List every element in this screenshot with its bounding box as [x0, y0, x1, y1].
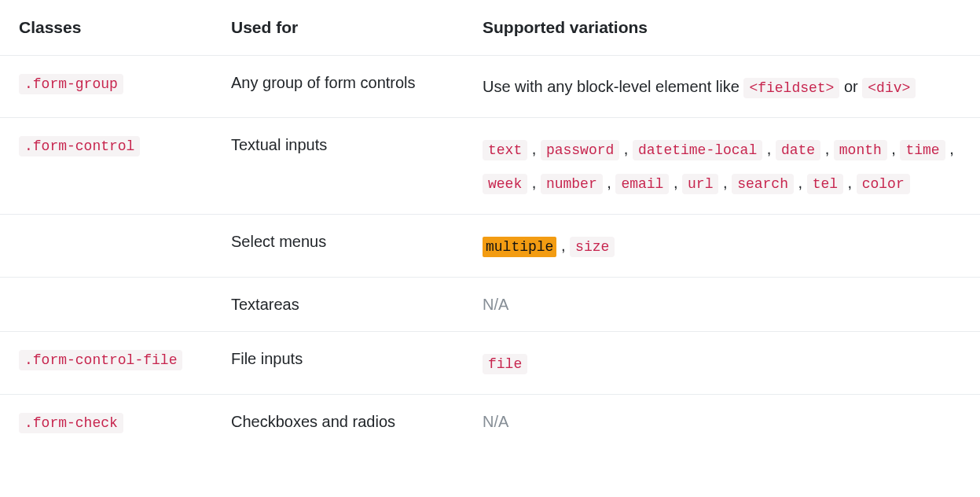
cell-used-for: Textual inputs: [212, 118, 464, 215]
code-token: .form-check: [19, 413, 123, 433]
cell-variations: N/A: [464, 277, 980, 331]
cell-variations: N/A: [464, 394, 980, 448]
code-token: email: [615, 174, 669, 194]
code-token: .form-control-file: [19, 350, 182, 370]
code-token: url: [682, 174, 718, 194]
code-token: number: [541, 174, 603, 194]
table-row: .form-groupAny group of form controlsUse…: [0, 55, 980, 118]
cell-used-for: Any group of form controls: [212, 55, 464, 118]
code-list: text , password , datetime-local , date …: [483, 140, 954, 191]
table-row: .form-checkCheckboxes and radiosN/A: [0, 394, 980, 448]
form-classes-table: Classes Used for Supported variations .f…: [0, 0, 980, 448]
cell-variations: text , password , datetime-local , date …: [464, 118, 980, 215]
table-row: TextareasN/A: [0, 277, 980, 331]
code-token: <fieldset>: [743, 78, 839, 98]
variation-text: N/A: [483, 296, 508, 313]
cell-classes: [0, 277, 212, 331]
code-token: password: [541, 140, 619, 160]
header-used-for: Used for: [212, 0, 464, 55]
code-token: .form-group: [19, 74, 123, 94]
cell-used-for: Textareas: [212, 277, 464, 331]
cell-variations: multiple , size: [464, 214, 980, 277]
table-row: Select menusmultiple , size: [0, 214, 980, 277]
cell-classes: .form-check: [0, 394, 212, 448]
cell-variations: Use with any block-level element like <f…: [464, 55, 980, 118]
code-token: color: [857, 174, 910, 194]
code-token: week: [483, 174, 527, 194]
cell-used-for: File inputs: [212, 331, 464, 394]
code-token: date: [776, 140, 820, 160]
code-token: datetime-local: [633, 140, 762, 160]
table-header-row: Classes Used for Supported variations: [0, 0, 980, 55]
code-list: multiple , size: [483, 237, 615, 254]
code-list: file: [483, 354, 527, 371]
cell-classes: [0, 214, 212, 277]
cell-classes: .form-group: [0, 55, 212, 118]
cell-used-for: Select menus: [212, 214, 464, 277]
header-classes: Classes: [0, 0, 212, 55]
variation-mixed: Use with any block-level element like <f…: [483, 78, 916, 95]
header-variations: Supported variations: [464, 0, 980, 55]
code-token: .form-control: [19, 136, 140, 156]
code-token: tel: [807, 174, 843, 194]
cell-used-for: Checkboxes and radios: [212, 394, 464, 448]
variation-text: N/A: [483, 413, 508, 430]
code-token: month: [834, 140, 887, 160]
cell-classes: .form-control: [0, 118, 212, 215]
cell-variations: file: [464, 331, 980, 394]
table-row: .form-controlTextual inputstext , passwo…: [0, 118, 980, 215]
code-token: size: [570, 237, 615, 257]
code-token: time: [900, 140, 945, 160]
table-row: .form-control-fileFile inputsfile: [0, 331, 980, 394]
code-token: search: [732, 174, 794, 194]
code-token: text: [483, 140, 527, 160]
code-token: file: [483, 354, 527, 374]
code-token: multiple: [483, 237, 556, 257]
cell-classes: .form-control-file: [0, 331, 212, 394]
code-token: <div>: [862, 78, 916, 98]
